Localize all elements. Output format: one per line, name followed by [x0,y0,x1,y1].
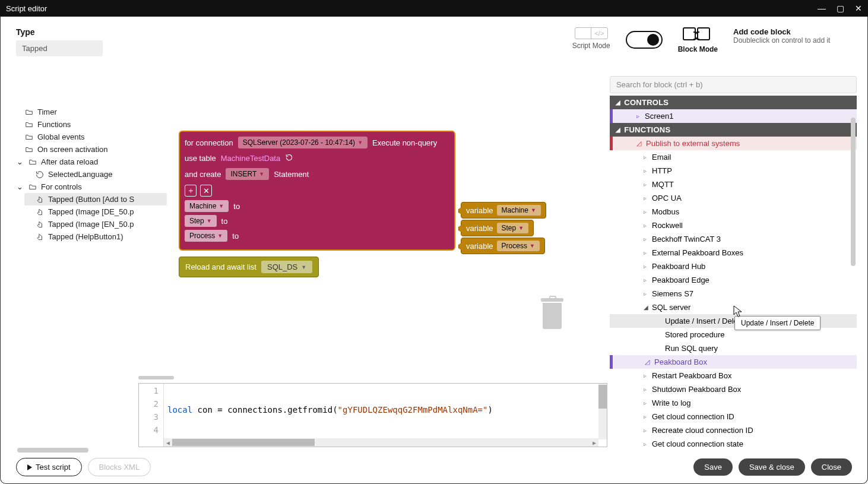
reload-block[interactable]: Reload and await list SQL_DS▼ [179,257,319,277]
chevron-down-icon: ▼ [357,140,363,145]
chevron-down-icon: ▼ [207,218,212,224]
folder-icon [28,158,37,166]
palette-scrollbar[interactable] [851,100,857,367]
tree-timer[interactable]: Timer [24,106,167,118]
folder-icon [28,183,37,191]
palette-get-cc-state[interactable]: Get cloud connection state [610,437,857,448]
palette-recreate-cc-id[interactable]: Recreate cloud connection ID [610,423,857,437]
palette-peakboard-edge[interactable]: Peakboard Edge [610,273,857,287]
field-process-dropdown[interactable]: Process▼ [185,230,227,242]
horizontal-scrollbar[interactable]: ◀▶ [164,438,598,447]
tree-tapped-en[interactable]: Tapped (Image [EN_50.p [24,218,167,230]
save-button[interactable]: Save [693,458,733,476]
tap-icon [35,220,45,229]
tree-functions[interactable]: Functions [24,118,167,131]
table-name-input[interactable]: MachineTestData [221,154,280,163]
tap-icon [35,195,45,204]
block-canvas[interactable]: for connection SQLServer (2023-07-26 - 1… [179,124,594,367]
folder-icon [24,133,34,141]
tree-after-reload[interactable]: ⌄After data reload [15,156,167,168]
maximize-icon[interactable]: ▢ [837,4,844,13]
palette-sql-run-query[interactable]: Run SQL query [610,341,857,355]
type-value[interactable]: Tapped [16,40,103,56]
palette-screen1[interactable]: Screen1 [610,109,857,123]
minimize-icon[interactable]: — [818,4,826,13]
var-step-dropdown[interactable]: Step▼ [497,223,529,233]
tree-for-controls[interactable]: ⌄For controls [15,181,167,193]
block-mode-toggle[interactable]: Block Mode [678,27,718,53]
mode-switch[interactable] [626,27,663,49]
tree-tapped-de[interactable]: Tapped (Image [DE_50.p [24,205,167,218]
close-icon[interactable]: ✕ [855,4,862,13]
palette-http[interactable]: HTTP [610,164,857,178]
palette-shutdown-box[interactable]: Shutdown Peakboard Box [610,382,857,396]
chevron-down-icon: ⌄ [15,183,24,191]
sql-insert-block[interactable]: for connection SQLServer (2023-07-26 - 1… [179,131,455,251]
play-icon [27,464,32,470]
addblock-title: Add code block [733,27,852,36]
functions-category-header[interactable]: ◢FUNCTIONS [610,123,857,137]
add-field-button[interactable]: ＋ [185,185,197,197]
connection-dropdown[interactable]: SQLServer (2023-07-26 - 10:47:14)▼ [238,137,368,148]
splitter-handle-bottom[interactable] [17,448,88,453]
save-close-button[interactable]: Save & close [739,458,805,476]
variable-process-block[interactable]: variableProcess▼ [461,238,545,254]
header: Type Tapped </> Script Mode Block Mode A… [16,27,852,75]
trash-icon[interactable] [541,296,565,329]
field-step-dropdown[interactable]: Step▼ [185,215,217,227]
tap-icon [35,233,45,241]
palette-opcua[interactable]: OPC UA [610,191,857,205]
palette-peakboard-box[interactable]: Peakboard Box [610,355,857,369]
palette-rockwell[interactable]: Rockwell [610,219,857,232]
toggle-icon[interactable] [626,31,663,49]
chevron-down-icon: ▼ [259,171,264,177]
blocks-xml-button[interactable]: Blocks XML [88,458,151,476]
block-palette: Search for block (ctrl + b) ◢CONTROLS Sc… [610,76,857,448]
close-button[interactable]: Close [811,458,852,476]
code-preview: 1234 local con = connections.getfromid("… [138,376,607,447]
palette-modbus[interactable]: Modbus [610,205,857,219]
splitter-handle[interactable] [138,376,174,379]
main-container: Type Tapped </> Script Mode Block Mode A… [0,17,868,484]
chevron-down-icon: ▼ [217,233,223,239]
event-tree: Timer Functions Global events On screen … [24,106,167,243]
chevron-down-icon: ▼ [531,207,536,213]
folder-icon [24,108,34,116]
reload-source-dropdown[interactable]: SQL_DS▼ [261,261,312,273]
palette-get-cc-id[interactable]: Get cloud connection ID [610,410,857,423]
refresh-icon[interactable] [285,153,293,163]
palette-write-log[interactable]: Write to log [610,396,857,410]
var-process-dropdown[interactable]: Process▼ [497,241,540,251]
remove-field-button[interactable]: ✕ [200,185,212,197]
tree-onscreen[interactable]: On screen activation [24,143,167,156]
controls-category-header[interactable]: ◢CONTROLS [610,96,857,109]
palette-ext-boxes[interactable]: External Peakboard Boxes [610,246,857,260]
palette-email[interactable]: Email [610,150,857,164]
palette-mqtt[interactable]: MQTT [610,178,857,191]
window-title: Script editor [6,4,47,13]
search-input[interactable]: Search for block (ctrl + b) [610,76,857,93]
palette-restart-box[interactable]: Restart Peakboard Box [610,369,857,382]
folder-icon [24,121,34,129]
variable-step-block[interactable]: variableStep▼ [461,220,534,236]
tree-tapped-help[interactable]: Tapped (HelpButton1) [24,230,167,243]
footer: Test script Blocks XML Save Save & close… [16,458,852,476]
folder-icon [24,145,34,154]
tree-tapped-add[interactable]: Tapped (Button [Add to S [24,193,167,205]
triangle-down-icon: ◢ [616,126,620,133]
tree-global-events[interactable]: Global events [24,131,167,143]
script-mode-toggle[interactable]: </> Script Mode [572,27,610,50]
test-script-button[interactable]: Test script [16,458,82,476]
variable-machine-block[interactable]: variableMachine▼ [461,202,546,219]
var-machine-dropdown[interactable]: Machine▼ [497,205,541,216]
palette-peakboard-hub[interactable]: Peakboard Hub [610,260,857,273]
tree-selectedlang[interactable]: SelectedLanguage [24,168,167,181]
palette-beckhoff[interactable]: Beckhoff TwinCAT 3 [610,232,857,246]
statement-type-dropdown[interactable]: INSERT▼ [226,168,269,180]
field-machine-dropdown[interactable]: Machine▼ [185,200,229,212]
vertical-scrollbar[interactable] [598,384,607,439]
palette-publish-external[interactable]: Publish to external systems [610,137,857,150]
type-label: Type [16,27,147,37]
line-gutter: 1234 [139,384,164,447]
palette-siemens-s7[interactable]: Siemens S7 [610,287,857,300]
